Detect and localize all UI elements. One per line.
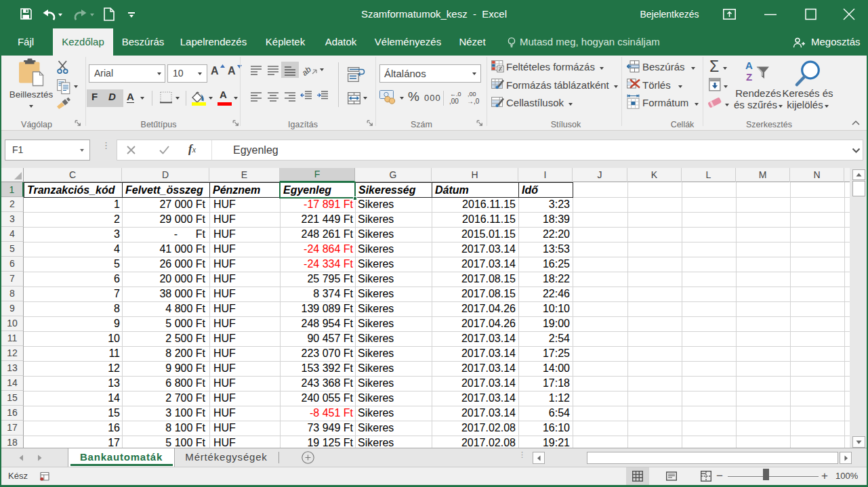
svg-text:,00: ,00 bbox=[449, 98, 459, 105]
svg-text:→,0: →,0 bbox=[467, 98, 480, 105]
svg-text:ab: ab bbox=[303, 64, 313, 77]
svg-text:,00: ,00 bbox=[468, 91, 476, 98]
svg-text:←.0: ←.0 bbox=[450, 91, 461, 98]
